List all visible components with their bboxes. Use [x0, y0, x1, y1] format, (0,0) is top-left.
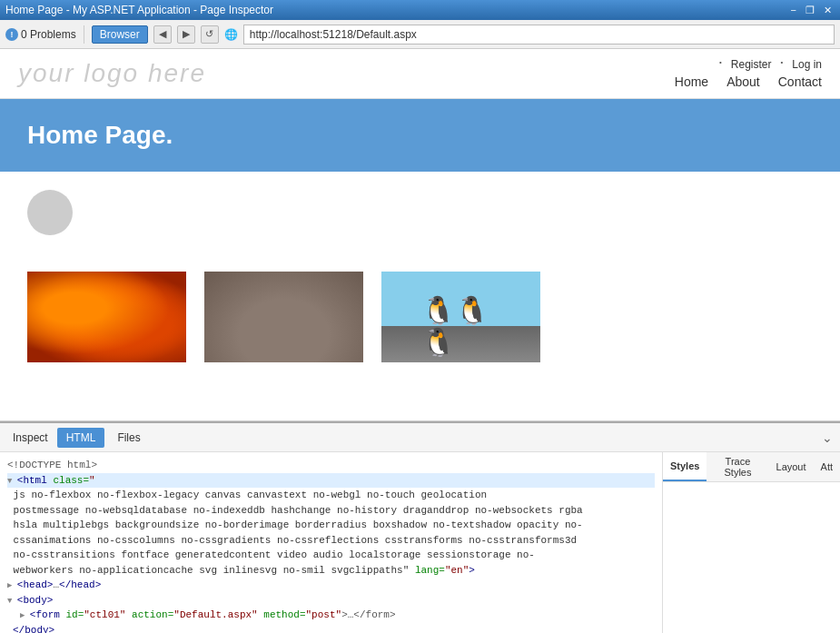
html-class-val: " — [89, 475, 95, 486]
layout-tab[interactable]: Layout — [769, 452, 814, 481]
toolbar-divider — [84, 25, 84, 44]
nav-home[interactable]: Home — [675, 74, 708, 89]
styles-tab[interactable]: Styles — [663, 452, 707, 481]
devtools-toolbar: Inspect HTML Files ⌄ — [0, 423, 840, 452]
html-body-open: ▼ <body> — [7, 593, 655, 608]
window-title: Home Page - My ASP.NET Application - Pag… — [5, 4, 273, 16]
images-row — [0, 253, 840, 381]
trace-styles-tab[interactable]: Trace Styles — [707, 452, 768, 481]
devtools-collapse-button[interactable]: ⌄ — [822, 430, 833, 445]
html-class-line6: webworkers no-applicationcache svg inlin… — [7, 563, 655, 579]
problems-indicator: ! 0 Problems — [5, 28, 76, 41]
html-class-line4: cssanimations no-csscolumns no-cssgradie… — [7, 533, 655, 549]
site-header: your logo here • Register • Log in Home … — [0, 49, 840, 99]
address-bar[interactable] — [243, 25, 835, 45]
html-class-attr: class= — [47, 475, 89, 486]
html-form-line: ▶ <form id="ctl01" action="Default.aspx"… — [7, 608, 655, 623]
minimize-button[interactable]: − — [788, 5, 799, 16]
site-content — [0, 172, 840, 253]
round-decoration — [27, 190, 73, 235]
title-bar: Home Page - My ASP.NET Application - Pag… — [0, 0, 840, 20]
toolbar: ! 0 Problems Browser ◀ ▶ ↺ 🌐 — [0, 20, 840, 49]
nav-about[interactable]: About — [726, 74, 760, 89]
html-class-line3: hsla multiplebgs backgroundsize no-borde… — [7, 518, 655, 533]
register-link[interactable]: Register — [731, 58, 772, 71]
html-line-1: <!DOCTYPE html> — [7, 458, 655, 473]
image-flower — [27, 272, 186, 362]
image-penguins — [381, 272, 540, 362]
html-line-2: ▼ <html class=" — [7, 473, 655, 489]
address-icon: 🌐 — [224, 28, 238, 41]
html-class-line2: postmessage no-websqldatabase no-indexed… — [7, 503, 655, 519]
collapse-arrow-html: ▼ — [7, 477, 17, 486]
devtools-panel: Inspect HTML Files ⌄ <!DOCTYPE html> ▼ <… — [0, 421, 840, 633]
nav-forward-button[interactable]: ▶ — [177, 25, 195, 44]
problems-count: 0 Problems — [21, 28, 76, 41]
login-link[interactable]: Log in — [792, 58, 822, 71]
html-open-tag: <html — [17, 475, 47, 486]
window-controls[interactable]: − ❐ ✕ — [788, 5, 835, 16]
styles-panel: Styles Trace Styles Layout Att — [663, 452, 840, 633]
files-tab-button[interactable]: Files — [108, 428, 149, 448]
bullet-2: • — [780, 58, 783, 71]
devtools-content: <!DOCTYPE html> ▼ <html class=" js no-fl… — [0, 452, 840, 633]
site-header-links: • Register • Log in — [719, 58, 822, 71]
html-tab-button[interactable]: HTML — [57, 428, 105, 448]
html-class-line1: js no-flexbox no-flexbox-legacy canvas c… — [7, 488, 655, 503]
html-class-line5: no-csstransitions fontface generatedcont… — [7, 548, 655, 563]
html-panel[interactable]: <!DOCTYPE html> ▼ <html class=" js no-fl… — [0, 452, 663, 633]
site-logo: your logo here — [18, 59, 206, 88]
inspect-label: Inspect — [7, 431, 54, 444]
nav-contact[interactable]: Contact — [778, 74, 822, 89]
image-koala — [204, 272, 363, 362]
html-body-close: </body> — [7, 623, 655, 634]
browser-viewport: your logo here • Register • Log in Home … — [0, 49, 840, 421]
site-nav: Home About Contact — [675, 74, 822, 89]
doctype-text: <!DOCTYPE html> — [7, 460, 97, 470]
close-button[interactable]: ✕ — [821, 5, 835, 16]
hero-banner: Home Page. — [0, 99, 840, 172]
nav-refresh-button[interactable]: ↺ — [201, 25, 219, 44]
html-head-line: ▶ <head>…</head> — [7, 578, 655, 593]
site-header-right: • Register • Log in Home About Contact — [675, 58, 822, 89]
browser-button[interactable]: Browser — [92, 25, 148, 44]
restore-button[interactable]: ❐ — [803, 5, 817, 16]
nav-back-button[interactable]: ◀ — [153, 25, 172, 44]
problems-icon: ! — [5, 28, 18, 41]
attributes-tab[interactable]: Att — [814, 452, 840, 481]
hero-title: Home Page. — [27, 121, 813, 150]
bullet-1: • — [719, 58, 722, 71]
styles-tabs: Styles Trace Styles Layout Att — [663, 452, 840, 482]
